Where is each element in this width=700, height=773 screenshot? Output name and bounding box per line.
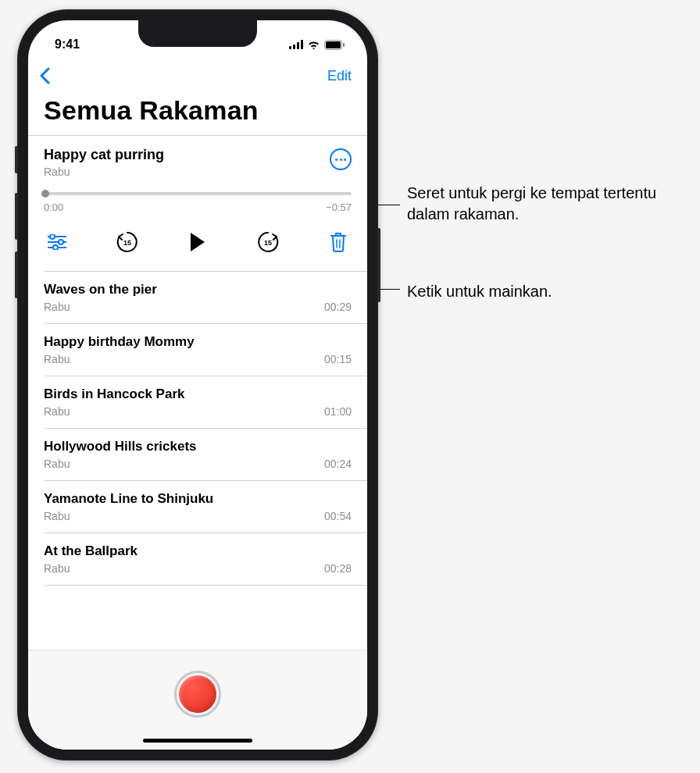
svg-point-8 bbox=[50, 234, 55, 239]
recording-subtitle: Rabu bbox=[44, 166, 164, 178]
recording-title: Hollywood Hills crickets bbox=[44, 439, 352, 454]
bottom-bar bbox=[28, 650, 367, 750]
trash-icon bbox=[330, 232, 347, 252]
notch bbox=[138, 20, 257, 47]
svg-rect-0 bbox=[289, 46, 291, 49]
sliders-icon bbox=[48, 234, 66, 250]
time-elapsed: 0:00 bbox=[44, 201, 63, 213]
svg-rect-1 bbox=[293, 45, 295, 49]
cellular-icon bbox=[289, 40, 303, 49]
recording-title: Waves on the pier bbox=[44, 282, 352, 297]
recording-duration: 00:28 bbox=[324, 562, 352, 575]
recording-duration: 00:15 bbox=[324, 353, 352, 365]
skip-back-label: 15 bbox=[123, 239, 131, 247]
divider bbox=[44, 585, 367, 586]
recording-row[interactable]: At the Ballpark Rabu 00:28 bbox=[28, 533, 367, 585]
recording-subtitle: Rabu bbox=[44, 510, 70, 522]
back-button[interactable] bbox=[39, 67, 50, 84]
svg-rect-5 bbox=[326, 41, 341, 48]
recording-expanded[interactable]: Happy cat purring Rabu 0:00 −0:57 bbox=[28, 136, 367, 271]
recording-duration: 00:29 bbox=[324, 301, 352, 313]
play-button[interactable] bbox=[186, 230, 209, 254]
side-button-volume-down bbox=[15, 251, 18, 298]
ellipsis-icon bbox=[335, 159, 346, 161]
delete-button[interactable] bbox=[327, 230, 350, 254]
recording-duration: 00:24 bbox=[324, 458, 352, 470]
recording-subtitle: Rabu bbox=[44, 562, 70, 575]
recording-row[interactable]: Hollywood Hills crickets Rabu 00:24 bbox=[28, 429, 367, 480]
status-indicators bbox=[289, 40, 345, 50]
record-icon bbox=[179, 675, 216, 713]
more-button[interactable] bbox=[330, 148, 352, 170]
svg-rect-2 bbox=[297, 42, 299, 49]
recording-title: Birds in Hancock Park bbox=[44, 386, 352, 402]
svg-rect-6 bbox=[343, 43, 345, 47]
skip-forward-button[interactable]: 15 bbox=[256, 230, 280, 254]
time-remaining: −0:57 bbox=[326, 201, 352, 213]
wifi-icon bbox=[307, 40, 320, 49]
edit-button[interactable]: Edit bbox=[327, 68, 352, 84]
page-title: Semua Rakaman bbox=[28, 92, 367, 135]
nav-bar: Edit bbox=[28, 58, 367, 92]
recording-subtitle: Rabu bbox=[44, 353, 70, 365]
recording-subtitle: Rabu bbox=[44, 458, 70, 470]
callout-play: Ketik untuk mainkan. bbox=[407, 281, 552, 302]
phone-frame: 9:41 Edit Semua Rakaman Happy cat purrin… bbox=[17, 9, 378, 761]
side-button-volume-up bbox=[15, 193, 18, 240]
scrubber-track[interactable] bbox=[44, 192, 352, 195]
recording-row[interactable]: Birds in Hancock Park Rabu 01:00 bbox=[28, 376, 367, 428]
options-button[interactable] bbox=[45, 230, 69, 254]
side-button-power bbox=[377, 228, 380, 302]
recording-title: Happy cat purring bbox=[44, 147, 164, 163]
status-time: 9:41 bbox=[55, 37, 80, 52]
recording-duration: 01:00 bbox=[324, 405, 352, 418]
recording-row[interactable]: Yamanote Line to Shinjuku Rabu 00:54 bbox=[28, 481, 367, 533]
recording-title: Yamanote Line to Shinjuku bbox=[44, 491, 352, 507]
scrubber-knob[interactable] bbox=[41, 190, 49, 198]
screen: 9:41 Edit Semua Rakaman Happy cat purrin… bbox=[28, 20, 367, 750]
recording-subtitle: Rabu bbox=[44, 405, 70, 418]
side-button-silent bbox=[15, 146, 18, 173]
recording-title: At the Ballpark bbox=[44, 543, 352, 559]
svg-point-10 bbox=[59, 240, 63, 244]
recording-duration: 00:54 bbox=[324, 510, 352, 522]
recording-row[interactable]: Waves on the pier Rabu 00:29 bbox=[28, 272, 367, 323]
record-button[interactable] bbox=[174, 671, 221, 718]
svg-point-12 bbox=[53, 245, 58, 250]
recording-row[interactable]: Happy birthday Mommy Rabu 00:15 bbox=[28, 324, 367, 376]
skip-forward-label: 15 bbox=[264, 239, 272, 247]
skip-back-button[interactable]: 15 bbox=[116, 230, 139, 254]
chevron-left-icon bbox=[39, 67, 50, 84]
play-icon bbox=[189, 232, 206, 252]
recording-subtitle: Rabu bbox=[44, 301, 70, 313]
svg-rect-3 bbox=[301, 40, 303, 49]
recording-title: Happy birthday Mommy bbox=[44, 334, 352, 350]
callout-scrubber: Seret untuk pergi ke tempat tertentu dal… bbox=[407, 183, 700, 225]
home-indicator[interactable] bbox=[143, 739, 252, 743]
battery-icon bbox=[324, 40, 345, 50]
